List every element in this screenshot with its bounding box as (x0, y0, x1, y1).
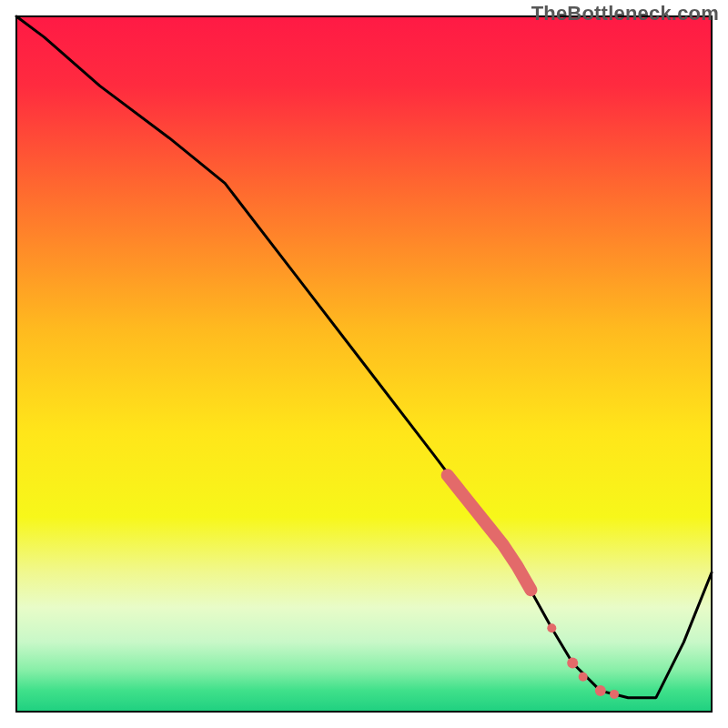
plot-area (16, 16, 712, 712)
highlight-dot (567, 658, 578, 669)
highlight-dot (579, 672, 588, 682)
highlight-dot (547, 623, 556, 632)
highlight-dot (595, 685, 606, 696)
highlight-dot (610, 690, 619, 699)
watermark-text: TheBottleneck.com (531, 2, 719, 25)
bottleneck-chart (0, 0, 728, 728)
chart-container: TheBottleneck.com (0, 0, 728, 728)
